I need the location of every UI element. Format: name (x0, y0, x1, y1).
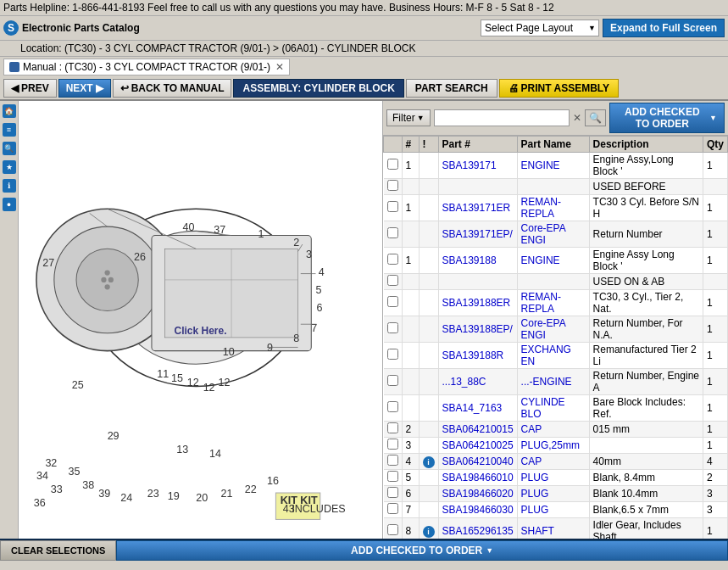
filter-input[interactable] (434, 109, 570, 126)
tab-manual[interactable]: Manual : (TC30) - 3 CYL COMPACT TRACTOR … (3, 59, 290, 75)
info-icon[interactable]: i (423, 526, 435, 538)
part-search-button[interactable]: PART SEARCH (406, 79, 497, 98)
prev-button[interactable]: ◀ PREV (3, 79, 57, 98)
part-name-link[interactable]: REMAN-REPLA (521, 196, 561, 220)
part-name-link[interactable]: ENGINE (521, 254, 560, 266)
part-name-link[interactable]: PLUG (521, 504, 549, 516)
part-name-link[interactable]: PLUG,25mm (521, 439, 580, 451)
row-checkbox[interactable] (387, 275, 398, 286)
row-checkbox[interactable] (387, 159, 398, 170)
svg-text:10: 10 (223, 346, 235, 358)
row-part-num: SBA198466020 (438, 486, 517, 502)
svg-point-9 (101, 277, 106, 282)
part-link[interactable]: SBA139171EP/ (442, 228, 513, 240)
table-row: ...13_88C...-ENGINEReturn Number, Engine… (384, 369, 728, 395)
svg-text:23: 23 (147, 488, 159, 500)
part-name-link[interactable]: CAP (521, 455, 542, 467)
row-part-name: Core-EPA ENGI (517, 221, 589, 248)
row-info (419, 395, 438, 422)
sidebar-icon-search[interactable]: 🔍 (3, 142, 16, 155)
clear-selections-button[interactable]: CLEAR SELECTIONS (0, 540, 116, 561)
row-checkbox[interactable] (387, 455, 398, 466)
filter-clear-icon[interactable]: ✕ (573, 112, 581, 124)
part-link[interactable]: ...13_88C (442, 376, 486, 388)
row-checkbox[interactable] (387, 349, 398, 360)
row-checkbox[interactable] (387, 227, 398, 238)
sidebar-icon-circle[interactable]: ● (3, 198, 16, 211)
part-link[interactable]: SBA198466020 (442, 488, 514, 500)
sidebar-icon-star[interactable]: ★ (3, 160, 16, 174)
row-part-name: PLUG,25mm (517, 438, 589, 454)
row-checkbox[interactable] (387, 180, 398, 191)
part-link[interactable]: SBA064210040 (442, 455, 514, 467)
filter-button[interactable]: Filter ▼ (386, 109, 431, 126)
part-name-link[interactable]: CYLINDE BLO (521, 396, 565, 420)
tab-close-icon[interactable]: ✕ (275, 61, 284, 73)
row-checkbox[interactable] (387, 524, 398, 535)
row-checkbox[interactable] (387, 439, 398, 450)
part-name-link[interactable]: REMAN-REPLA (521, 291, 561, 315)
row-part-num: SBA139188R (438, 343, 517, 369)
part-link[interactable]: SBA198466010 (442, 472, 514, 483)
table-row: 1SBA139171ERREMAN-REPLATC30 3 Cyl. Befor… (384, 195, 728, 221)
row-checkbox[interactable] (387, 296, 398, 307)
part-link[interactable]: SBA14_7163 (442, 402, 503, 414)
part-link[interactable]: SBA139188R (442, 349, 504, 361)
printer-icon: 🖨 (508, 82, 519, 94)
part-name-link[interactable]: ENGINE (521, 159, 560, 171)
back-to-manual-button[interactable]: ↩ BACK TO MANUAL (113, 79, 232, 98)
row-checkbox[interactable] (387, 401, 398, 412)
sidebar-icon-list[interactable]: ≡ (3, 123, 16, 137)
sidebar-icon-home[interactable]: 🏠 (3, 104, 16, 118)
add-checked-bottom-button[interactable]: ADD CHECKED TO ORDER ▼ (116, 540, 728, 561)
page-layout-select[interactable]: Select Page Layout (481, 20, 599, 36)
part-name-link[interactable]: SHAFT (521, 525, 554, 537)
back-label: BACK TO MANUAL (131, 82, 225, 94)
row-description: Blank,6.5 x 7mm (589, 502, 703, 518)
row-checkbox[interactable] (387, 322, 398, 333)
part-name-link[interactable]: CAP (521, 423, 542, 435)
row-checkbox[interactable] (387, 422, 398, 433)
part-name-link[interactable]: EXCHANG EN (521, 344, 571, 367)
table-row: 2SBA064210015CAP015 mm1 (384, 422, 728, 438)
row-description: TC30 3 Cyl. Before S/N H (589, 195, 703, 221)
part-link[interactable]: SBA139188EP/ (442, 323, 513, 335)
row-checkbox[interactable] (387, 487, 398, 498)
row-info: i (419, 518, 438, 539)
helpline-text: Parts Helpline: 1-866-441-8193 Feel free… (3, 2, 554, 14)
info-icon[interactable]: i (423, 456, 435, 468)
part-link[interactable]: SBA064210015 (442, 423, 514, 435)
row-checkbox[interactable] (387, 503, 398, 514)
sidebar-icon-info[interactable]: ℹ (3, 179, 16, 193)
row-checkbox[interactable] (387, 471, 398, 482)
expand-button[interactable]: Expand to Full Screen (603, 19, 725, 37)
row-checkbox[interactable] (387, 375, 398, 386)
filter-search-button[interactable]: 🔍 (585, 109, 606, 126)
next-button[interactable]: NEXT ▶ (58, 79, 111, 98)
back-icon: ↩ (120, 82, 129, 94)
part-link[interactable]: SBA064210025 (442, 439, 514, 451)
part-name-link[interactable]: Core-EPA ENGI (521, 317, 565, 341)
part-name-link[interactable]: PLUG (521, 472, 549, 483)
part-name-link[interactable]: Core-EPA ENGI (521, 222, 565, 246)
add-checked-top-button[interactable]: ADD CHECKED TO ORDER ▼ (609, 103, 725, 133)
part-link[interactable]: SBA198466030 (442, 504, 514, 516)
row-checkbox[interactable] (387, 201, 398, 212)
part-name-link[interactable]: PLUG (521, 488, 549, 500)
part-link[interactable]: SBA139171ER (442, 202, 511, 214)
row-info (419, 486, 438, 502)
part-name-link[interactable]: ...-ENGINE (521, 376, 572, 388)
part-link[interactable]: SBA139188ER (442, 297, 511, 309)
parts-table-wrapper[interactable]: # ! Part # Part Name Description Qty 1SB… (383, 136, 728, 539)
row-num (402, 369, 419, 395)
row-num (402, 290, 419, 316)
part-link[interactable]: SBA139188 (442, 254, 497, 266)
row-checkbox[interactable] (387, 254, 398, 265)
row-description: 015 mm (589, 422, 703, 438)
col-header-info: ! (419, 137, 438, 153)
part-link[interactable]: SBA165296135 (442, 525, 514, 537)
part-link[interactable]: SBA139171 (442, 159, 497, 171)
print-button[interactable]: 🖨 PRINT ASSEMBLY (499, 79, 619, 98)
row-num: 2 (402, 422, 419, 438)
svg-text:29: 29 (108, 430, 119, 442)
